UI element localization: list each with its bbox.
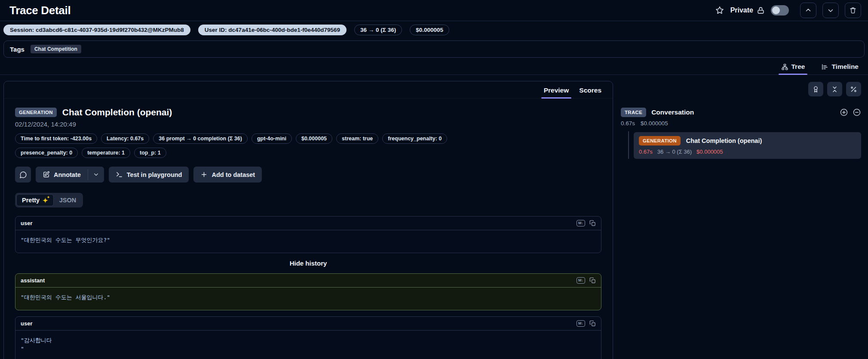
- chevron-down-icon: [93, 171, 99, 178]
- metric-badge: Latency: 0.67s: [101, 133, 149, 144]
- metric-badge: $0.000005: [296, 133, 332, 144]
- trace-meta-row: Session: cd3abcd6-c81c-4037-935d-19d9f27…: [0, 21, 868, 35]
- tree-children: GENERATION Chat Completion (openai) 0.67…: [621, 132, 861, 159]
- annotate-label: Annotate: [54, 171, 81, 178]
- visibility-label: Private: [730, 6, 765, 15]
- tab-scores[interactable]: Scores: [576, 86, 605, 98]
- metric-badge: 36 prompt → 0 completion (Σ 36): [153, 133, 248, 144]
- tag-chip[interactable]: Chat Competition: [31, 45, 81, 53]
- hide-history-button[interactable]: Hide history: [15, 260, 601, 267]
- format-toggle: Pretty ✦✦ JSON: [15, 193, 83, 207]
- tree-controls: [621, 81, 861, 96]
- message-header: assistant M↓: [15, 274, 601, 288]
- annotate-dropdown-button[interactable]: [88, 167, 104, 183]
- generation-node-selected[interactable]: GENERATION Chat Completion (openai) 0.67…: [634, 132, 861, 159]
- metric-badge: presence_penalty: 0: [15, 148, 78, 158]
- tab-preview[interactable]: Preview: [540, 86, 573, 98]
- annotate-button[interactable]: Annotate: [36, 167, 88, 183]
- chevron-up-icon: [804, 6, 812, 14]
- terminal-icon: [116, 171, 123, 178]
- message-header: user M↓: [15, 317, 601, 331]
- tab-tree[interactable]: Tree: [779, 61, 808, 74]
- observation-body: GENERATION Chat Completion (openai) 02/1…: [4, 99, 613, 359]
- content-area: Preview Scores GENERATION Chat Completio…: [0, 75, 868, 359]
- user-id-badge[interactable]: User ID: dc47a41e-06bc-400d-bde1-f0e440d…: [198, 25, 347, 35]
- metrics-toggle-button[interactable]: [846, 82, 861, 96]
- action-buttons: Annotate Test in playground Add to datas…: [15, 167, 601, 183]
- token-usage-badge: 36 → 0 (Σ 36): [354, 25, 402, 35]
- message-content: "대한민국의 수도는 서울입니다.": [15, 288, 601, 310]
- trace-node[interactable]: TRACE Conversation: [621, 108, 861, 117]
- generation-node-header: GENERATION Chat Completion (openai): [639, 136, 856, 145]
- copy-icon: [589, 277, 596, 284]
- message-content: "대한민국의 수도는 무엇인가요?": [15, 230, 601, 253]
- message-role: assistant: [21, 277, 45, 284]
- page-header: Trace Detail Private: [0, 0, 868, 21]
- message-role: user: [21, 220, 32, 226]
- generation-type-badge: GENERATION: [15, 108, 57, 117]
- visibility-text: Private: [730, 6, 753, 14]
- metric-badge: Time to first token: -423.00s: [15, 133, 97, 144]
- trace-metrics: 0.67s $0.000005: [621, 120, 861, 127]
- generation-name: Chat Completion (openai): [686, 137, 762, 144]
- message-header: user M↓: [15, 217, 601, 230]
- format-pretty-option[interactable]: Pretty ✦✦: [16, 194, 54, 206]
- message-assistant: assistant M↓ "대한민국의 수도는 서울입니다.": [15, 273, 601, 310]
- metric-badge: gpt-4o-mini: [252, 133, 292, 144]
- tree-connector-line: [628, 131, 629, 159]
- format-json-option[interactable]: JSON: [54, 194, 82, 206]
- messages-list: user M↓ "대한민국의 수도는 무엇인가요?" Hide history …: [15, 216, 601, 359]
- timeline-icon: [821, 63, 828, 71]
- trace-type-badge: TRACE: [621, 108, 646, 117]
- session-badge[interactable]: Session: cd3abcd6-c81c-4037-935d-19d9f27…: [3, 25, 190, 35]
- next-trace-button[interactable]: [822, 3, 839, 18]
- scores-toggle-button[interactable]: [808, 82, 823, 96]
- lock-icon: [757, 6, 765, 15]
- comments-button[interactable]: [15, 167, 31, 183]
- markdown-toggle-icon[interactable]: M↓: [577, 320, 585, 327]
- observation-header: GENERATION Chat Completion (openai): [15, 107, 601, 118]
- sparkles-icon: ✦✦: [43, 197, 48, 204]
- observation-timestamp: 02/12/2024, 14:20:49: [15, 121, 601, 128]
- trash-icon: [849, 6, 857, 14]
- award-icon: [812, 86, 819, 93]
- generation-type-badge: GENERATION: [639, 136, 681, 145]
- copy-button[interactable]: [589, 277, 596, 284]
- message-user-2: user M↓ "감사합니다 ": [15, 316, 601, 359]
- add-to-dataset-label: Add to dataset: [212, 171, 255, 178]
- visibility-toggle[interactable]: [771, 5, 789, 15]
- copy-button[interactable]: [589, 320, 596, 327]
- star-icon[interactable]: [715, 6, 724, 15]
- message-role: user: [21, 320, 32, 327]
- metric-badge: frequency_penalty: 0: [382, 133, 447, 144]
- tab-timeline-label: Timeline: [831, 63, 859, 71]
- copy-icon: [589, 220, 596, 226]
- trace-latency: 0.67s: [621, 120, 635, 127]
- view-tabs: Tree Timeline: [0, 58, 868, 75]
- prev-trace-button[interactable]: [800, 3, 816, 18]
- generation-cost: $0.000005: [696, 149, 723, 155]
- markdown-toggle-icon[interactable]: M↓: [577, 220, 585, 226]
- tab-timeline[interactable]: Timeline: [819, 61, 861, 74]
- playground-button[interactable]: Test in playground: [109, 167, 189, 183]
- edit-icon: [43, 171, 50, 178]
- tree-expand-controls: [840, 108, 861, 117]
- plus-circle-icon[interactable]: [840, 108, 848, 117]
- metric-badge: temperature: 1: [82, 148, 130, 158]
- playground-label: Test in playground: [127, 171, 182, 178]
- trace-name: Conversation: [651, 108, 834, 116]
- message-content: "감사합니다 ": [15, 331, 601, 359]
- preview-tabs: Preview Scores: [4, 81, 613, 99]
- add-to-dataset-button[interactable]: Add to dataset: [193, 167, 262, 183]
- header-controls: Private: [715, 3, 861, 18]
- markdown-toggle-icon[interactable]: M↓: [577, 277, 585, 284]
- minus-circle-icon[interactable]: [853, 108, 861, 117]
- collapse-all-button[interactable]: [827, 82, 842, 96]
- tags-label: Tags: [10, 46, 25, 53]
- tab-tree-label: Tree: [791, 63, 805, 71]
- plus-icon: [200, 171, 208, 178]
- tree-icon: [781, 63, 788, 71]
- copy-button[interactable]: [589, 220, 596, 226]
- delete-trace-button[interactable]: [845, 3, 861, 18]
- copy-icon: [589, 320, 596, 327]
